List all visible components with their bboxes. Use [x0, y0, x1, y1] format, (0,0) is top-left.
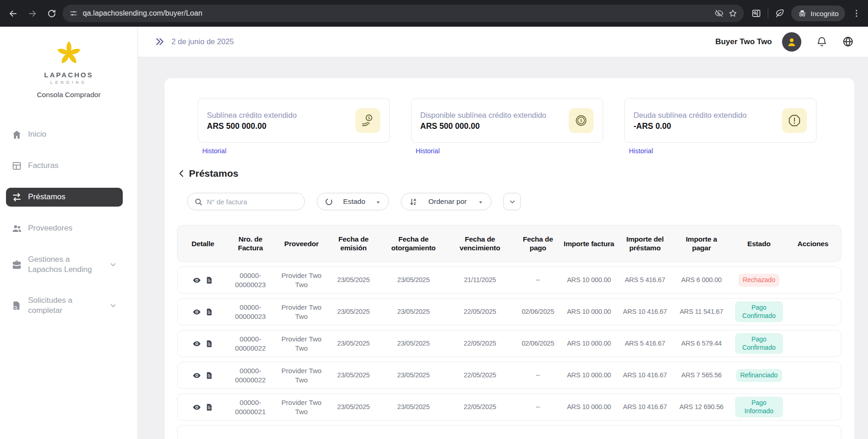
summary-card-title: Disponible sublínea crédito extendido: [420, 110, 546, 120]
summary-cards-row: Sublínea crédito extendido ARS 500 000.0…: [198, 98, 841, 155]
sidebar-item-label: Préstamos: [28, 192, 117, 202]
lapachos-logo: LAPACHOS LENDING: [0, 27, 137, 85]
issue-date-cell: 23/05/2025: [328, 339, 380, 348]
sidebar-nav: Inicio Facturas Préstamos Pro: [0, 113, 137, 332]
site-settings-icon[interactable]: [69, 9, 78, 18]
view-detail-icon[interactable]: [193, 371, 201, 380]
sidebar: LAPACHOS LENDING Consola Comprador Inici…: [0, 27, 138, 439]
historial-link[interactable]: Historial: [416, 147, 440, 155]
loan-amount-cell: ARS 5 416.67: [617, 339, 673, 348]
invoice-document-icon[interactable]: [205, 340, 213, 348]
browser-chrome: qa.lapachoslending.com/buyer/Loan Incogn…: [0, 0, 868, 27]
column-header: Fecha de pago: [515, 235, 561, 253]
payable-amount-cell: ARS 11 541.67: [675, 307, 727, 316]
sidebar-item[interactable]: Inicio: [6, 125, 123, 144]
payable-amount-cell: ARS 6 579.44: [675, 339, 727, 348]
url-text[interactable]: qa.lapachoslending.com/buyer/Loan: [83, 9, 710, 17]
column-header: Detalle: [183, 239, 223, 248]
issue-date-cell: 23/05/2025: [328, 403, 380, 411]
estado-filter-label: Estado: [339, 197, 370, 206]
chevron-down-icon: [109, 301, 117, 310]
ordenar-dropdown[interactable]: AZ Ordenar por: [401, 193, 491, 210]
column-header: Proveedor: [278, 239, 325, 248]
invoice-search[interactable]: [187, 193, 305, 210]
side-panel-search-icon[interactable]: [751, 8, 761, 18]
invoice-number-cell: 00000-00000023: [226, 271, 275, 289]
sidebar-item[interactable]: Solicitudes a completar: [6, 291, 123, 320]
invoice-document-icon[interactable]: [205, 308, 213, 316]
invoice-amount-cell: ARS 10 000.00: [564, 403, 614, 411]
sidebar-item-label: Inicio: [28, 129, 117, 139]
eye-off-icon[interactable]: [714, 9, 724, 18]
browser-forward-icon[interactable]: [24, 5, 40, 22]
table-row: 00000-00000023 Provider Two Two 23/05/20…: [177, 266, 841, 294]
language-globe-icon[interactable]: [842, 36, 854, 47]
column-header: Importe a pagar: [675, 235, 727, 253]
column-header: Estado: [730, 239, 788, 248]
status-badge: Rechazado: [738, 274, 779, 287]
user-name: Buyer Two Two: [715, 37, 772, 46]
logo-subtitle: LENDING: [0, 80, 137, 85]
view-detail-icon[interactable]: [193, 276, 201, 284]
estado-filter-dropdown[interactable]: Estado: [317, 193, 389, 210]
invoice-number-cell: 00000-00000022: [226, 366, 275, 384]
sidebar-item[interactable]: Gestiones a Lapachos Lending: [6, 250, 123, 279]
table-row: 00000-00000022 Provider Two Two 23/05/20…: [177, 362, 841, 389]
summary-card-title: Sublínea crédito extendido: [207, 110, 297, 120]
back-chevron-icon[interactable]: [177, 169, 186, 178]
invoice-document-icon[interactable]: [205, 276, 213, 284]
sidebar-item-label: Proveedores: [28, 223, 117, 233]
column-header: Importe factura: [564, 239, 614, 248]
console-label: Consola Comprador: [0, 91, 137, 99]
svg-text:Z: Z: [414, 202, 416, 206]
caret-down-icon: [478, 199, 484, 205]
filters-bar: Estado AZ Ordenar por: [187, 193, 841, 210]
invoice-document-icon[interactable]: [205, 403, 213, 411]
provider-cell: Provider Two Two: [278, 366, 325, 384]
sidebar-item-label: Solicitudes a completar: [28, 295, 103, 316]
payment-date-cell: 02/06/2025: [515, 339, 561, 348]
sidebar-item[interactable]: Proveedores: [6, 219, 123, 238]
invoice-number-cell: 00000-00000021: [226, 398, 275, 416]
payable-amount-cell: ARS 6 000.00: [675, 276, 727, 284]
lapachos-flower-icon: [54, 39, 84, 68]
browser-back-icon[interactable]: [5, 5, 21, 22]
sidebar-item[interactable]: Facturas: [6, 156, 123, 175]
grant-date-cell: 23/05/2025: [382, 339, 445, 348]
issue-date-cell: 23/05/2025: [328, 371, 380, 380]
collapse-filters-button[interactable]: [503, 193, 521, 210]
loan-amount-cell: ARS 10 416.67: [617, 307, 673, 316]
avatar[interactable]: [782, 32, 801, 52]
sidebar-item-label: Facturas: [28, 161, 117, 171]
table-row-partial: [177, 425, 841, 439]
due-date-cell: 22/05/2025: [448, 339, 513, 348]
historial-link[interactable]: Historial: [202, 147, 226, 155]
view-detail-icon[interactable]: [193, 308, 201, 316]
browser-reload-icon[interactable]: [43, 5, 60, 22]
loan-amount-cell: ARS 10 416.67: [617, 403, 673, 411]
notifications-bell-icon[interactable]: [816, 36, 828, 47]
summary-card-value: -ARS 0.00: [634, 121, 747, 131]
view-detail-icon[interactable]: [193, 403, 201, 411]
invoice-amount-cell: ARS 10 000.00: [564, 276, 614, 284]
issue-date-cell: 23/05/2025: [328, 276, 380, 284]
historial-link[interactable]: Historial: [629, 147, 653, 155]
search-input[interactable]: [207, 198, 298, 206]
sidebar-item[interactable]: Préstamos: [6, 188, 123, 207]
browser-menu-icon[interactable]: [851, 8, 862, 18]
invoice-amount-cell: ARS 10 000.00: [564, 339, 614, 348]
collapse-sidebar-icon[interactable]: [154, 36, 165, 47]
energy-saver-leaf-icon[interactable]: [775, 8, 785, 18]
view-detail-icon[interactable]: [193, 340, 201, 348]
status-badge: Pago Confirmado: [735, 301, 783, 322]
invoice-document-icon[interactable]: [205, 371, 213, 380]
column-header: Acciones: [791, 239, 835, 248]
payment-date-cell: --: [515, 276, 561, 284]
table-row: 00000-00000022 Provider Two Two 23/05/20…: [177, 330, 841, 357]
logo-title: LAPACHOS: [0, 71, 137, 79]
payable-amount-cell: ARS 12 690.56: [675, 403, 727, 411]
document-check-icon: [11, 300, 22, 311]
column-header: Importe del préstamo: [617, 235, 673, 253]
address-bar[interactable]: qa.lapachoslending.com/buyer/Loan: [63, 5, 744, 22]
bookmark-star-icon[interactable]: [728, 9, 737, 18]
